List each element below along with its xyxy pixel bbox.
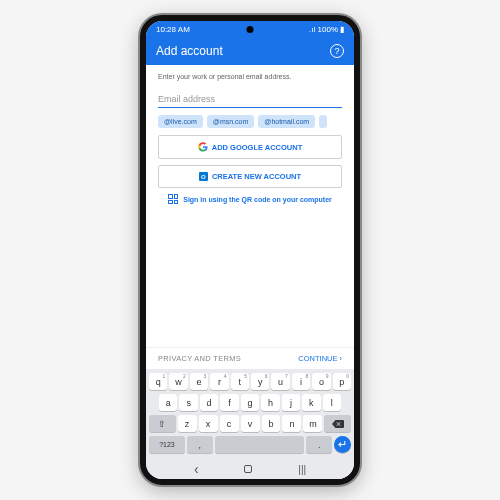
chip-more[interactable] xyxy=(319,115,327,128)
key-m[interactable]: m xyxy=(303,415,322,432)
key-i[interactable]: i8 xyxy=(292,373,310,390)
key-x[interactable]: x xyxy=(199,415,218,432)
key-e[interactable]: e3 xyxy=(190,373,208,390)
status-right: .ıl 100% ▮ xyxy=(309,25,344,34)
chevron-right-icon: › xyxy=(340,354,343,363)
key-p[interactable]: p0 xyxy=(333,373,351,390)
key-a[interactable]: a xyxy=(159,394,177,411)
key-o[interactable]: o9 xyxy=(312,373,330,390)
key-g[interactable]: g xyxy=(241,394,259,411)
symbols-key[interactable]: ?123 xyxy=(149,436,185,453)
key-f[interactable]: f xyxy=(220,394,238,411)
period-key[interactable]: . xyxy=(306,436,332,453)
key-j[interactable]: j xyxy=(282,394,300,411)
phone-frame: 10:28 AM .ıl 100% ▮ Add account ? Enter … xyxy=(140,15,360,485)
key-t[interactable]: t5 xyxy=(231,373,249,390)
chip-live[interactable]: @live.com xyxy=(158,115,203,128)
camera-hole xyxy=(247,26,254,33)
chip-hotmail[interactable]: @hotmail.com xyxy=(258,115,315,128)
qr-text: Sign in using the QR code on your comput… xyxy=(183,196,332,203)
status-time: 10:28 AM xyxy=(156,25,190,34)
nav-recent[interactable]: ||| xyxy=(298,464,306,475)
domain-chips: @live.com @msn.com @hotmail.com xyxy=(158,115,342,128)
nav-home[interactable] xyxy=(244,465,252,473)
footer: PRIVACY AND TERMS CONTINUE › xyxy=(146,347,354,369)
qr-icon xyxy=(168,194,178,204)
key-q[interactable]: q1 xyxy=(149,373,167,390)
comma-key[interactable]: , xyxy=(187,436,213,453)
privacy-terms-link[interactable]: PRIVACY AND TERMS xyxy=(158,354,241,363)
create-btn-label: CREATE NEW ACCOUNT xyxy=(212,172,301,181)
key-d[interactable]: d xyxy=(200,394,218,411)
google-btn-label: ADD GOOGLE ACCOUNT xyxy=(212,143,303,152)
keyboard-row-1: q1w2e3r4t5y6u7i8o9p0 xyxy=(149,373,351,390)
backspace-key[interactable] xyxy=(324,415,351,432)
key-h[interactable]: h xyxy=(261,394,279,411)
prompt-text: Enter your work or personal email addres… xyxy=(158,73,342,80)
qr-signin-link[interactable]: Sign in using the QR code on your comput… xyxy=(158,194,342,204)
key-s[interactable]: s xyxy=(179,394,197,411)
keyboard-row-2: asdfghjkl xyxy=(149,394,351,411)
key-w[interactable]: w2 xyxy=(169,373,187,390)
key-b[interactable]: b xyxy=(262,415,281,432)
add-google-account-button[interactable]: ADD GOOGLE ACCOUNT xyxy=(158,135,342,159)
key-r[interactable]: r4 xyxy=(210,373,228,390)
key-n[interactable]: n xyxy=(282,415,301,432)
enter-key[interactable]: ↵ xyxy=(334,436,351,453)
signal-icon: .ıl 100% xyxy=(309,25,338,34)
keyboard-row-3: ⇧ zxcvbnm xyxy=(149,415,351,432)
key-u[interactable]: u7 xyxy=(271,373,289,390)
app-bar: Add account ? xyxy=(146,37,354,65)
continue-button[interactable]: CONTINUE › xyxy=(298,354,342,363)
nav-back[interactable]: ‹ xyxy=(194,461,199,477)
content-area: Enter your work or personal email addres… xyxy=(146,65,354,347)
email-field[interactable] xyxy=(158,91,342,108)
key-z[interactable]: z xyxy=(178,415,197,432)
key-k[interactable]: k xyxy=(302,394,320,411)
android-nav-bar: ‹ ||| xyxy=(146,459,354,479)
shift-key[interactable]: ⇧ xyxy=(149,415,176,432)
battery-icon: ▮ xyxy=(340,25,344,34)
key-c[interactable]: c xyxy=(220,415,239,432)
help-icon[interactable]: ? xyxy=(330,44,344,58)
page-title: Add account xyxy=(156,44,330,58)
google-icon xyxy=(198,142,208,152)
space-key[interactable] xyxy=(215,436,305,453)
keyboard: q1w2e3r4t5y6u7i8o9p0 asdfghjkl ⇧ zxcvbnm… xyxy=(146,369,354,459)
key-v[interactable]: v xyxy=(241,415,260,432)
key-l[interactable]: l xyxy=(323,394,341,411)
chip-msn[interactable]: @msn.com xyxy=(207,115,255,128)
create-new-account-button[interactable]: O CREATE NEW ACCOUNT xyxy=(158,165,342,188)
outlook-icon: O xyxy=(199,172,208,181)
keyboard-row-4: ?123 , . ↵ xyxy=(149,436,351,453)
key-y[interactable]: y6 xyxy=(251,373,269,390)
